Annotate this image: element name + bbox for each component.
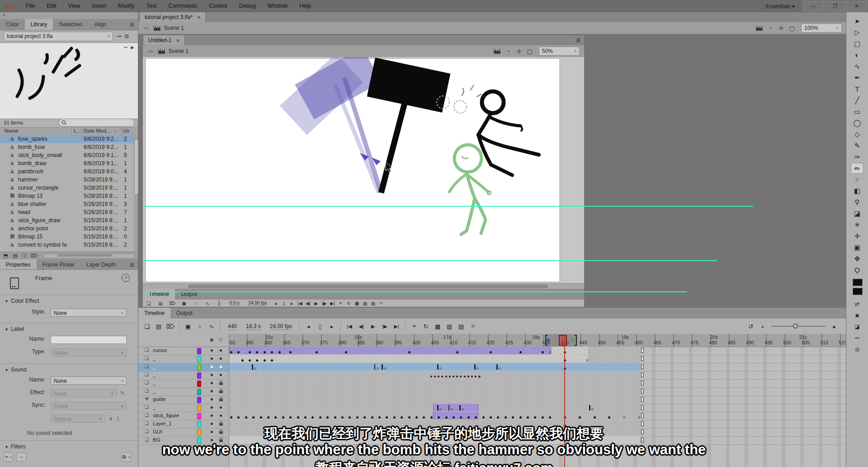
library-item[interactable]: ◮stick_body_onwall6/6/2019 9:1...5 <box>0 151 134 159</box>
next-keyframe-button[interactable]: |▶ <box>379 324 391 329</box>
inner-playback-icon[interactable]: ◂ <box>271 301 279 306</box>
close-document-icon[interactable]: ✕ <box>197 15 201 20</box>
library-item[interactable]: ▩Bitmap 135/28/2019 8:...1 <box>0 192 134 200</box>
new-library-panel-icon[interactable]: ⧉ <box>125 33 129 39</box>
inner-playback-icon[interactable]: ▶ <box>312 301 320 306</box>
oval-tool[interactable]: ◯ <box>851 118 863 129</box>
edit-symbols-icon[interactable]: ◔ <box>765 25 776 32</box>
swap-colors[interactable]: ⇄ <box>851 299 863 310</box>
frame-row[interactable] <box>229 396 846 404</box>
stage[interactable] <box>143 57 584 283</box>
menu-insert[interactable]: Insert <box>86 0 112 12</box>
pen-tool[interactable]: ✒ <box>851 72 863 83</box>
frame-row[interactable] <box>229 412 846 420</box>
inner-playback-icon[interactable]: ◀| <box>304 301 312 306</box>
layer-visibility-dot[interactable] <box>211 382 213 384</box>
eyedropper-tool[interactable]: ⚲ <box>851 197 863 208</box>
paint-bucket-tool[interactable]: ◧ <box>851 186 863 196</box>
close-inner-document-icon[interactable]: ✕ <box>176 38 179 43</box>
pin-library-icon[interactable]: ⊸ <box>117 33 121 39</box>
layer-visibility-dot[interactable] <box>211 349 213 352</box>
library-item[interactable]: ◮head5/26/2019 8:...7 <box>0 208 134 216</box>
layer-row[interactable]: ❏_ <box>138 404 229 412</box>
edit-scene-icon[interactable] <box>756 26 763 31</box>
layer-visibility-dot[interactable] <box>211 374 213 376</box>
document-tab[interactable]: tutorial project 3.fla* ✕ <box>140 12 206 22</box>
layer-visibility-dot[interactable] <box>211 398 213 400</box>
tab-color[interactable]: Color <box>0 19 25 30</box>
zoom-out-timeline-button[interactable]: ▴ <box>757 324 769 329</box>
library-item[interactable]: ◮paintbrush6/6/2019 9:0...4 <box>0 167 134 176</box>
layer-parenting-icon[interactable]: ⑃ <box>194 323 206 330</box>
go-first-button[interactable]: |◀ <box>344 324 355 329</box>
new-folder-icon[interactable]: ▤ <box>11 253 19 259</box>
help-icon[interactable]: ↗ <box>122 274 130 282</box>
layer-lock-icon[interactable] <box>219 431 223 434</box>
gradient-transform-tool[interactable]: ◐ <box>851 50 863 61</box>
playhead-line[interactable] <box>564 334 565 467</box>
workspace-switcher[interactable]: Essentials ▾ <box>766 3 795 10</box>
library-document-select[interactable]: tutorial project 3.fla˅ <box>4 32 113 41</box>
lock-fill-toggle[interactable]: ◪ <box>851 321 863 332</box>
layer-row[interactable]: ❏_ <box>138 363 229 372</box>
zoom-tool[interactable]: Ϙ <box>851 265 863 276</box>
new-folder-icon[interactable]: ▤ <box>153 323 165 330</box>
library-item[interactable]: ◮blue shatter5/26/2019 9:...3 <box>0 200 134 208</box>
layer-row[interactable]: ❏stick_figure <box>138 412 229 420</box>
lasso-tool[interactable]: ∿ <box>851 61 863 72</box>
clip-content-icon[interactable]: ▢ <box>524 48 535 55</box>
add-camera-icon[interactable]: ▣ <box>182 323 194 330</box>
clip-content-icon[interactable]: ▢ <box>787 25 797 32</box>
timeline-tab-timeline[interactable]: Timeline <box>138 308 170 319</box>
layer-lock-dot[interactable] <box>220 357 222 360</box>
layer-lock-dot[interactable] <box>220 374 222 376</box>
layer-visibility-dot[interactable] <box>211 439 213 441</box>
timeline-ruler[interactable]: 15s16s17s18s19s20s21s3503553603653703753… <box>229 334 846 347</box>
bone-tool[interactable]: ⑂ <box>851 174 863 185</box>
frame-row[interactable] <box>229 420 846 429</box>
inner-playback-icon[interactable]: |◀ <box>296 301 304 306</box>
current-frame-button[interactable]: ▯ <box>314 323 326 330</box>
menu-file[interactable]: File <box>20 0 41 12</box>
library-h-scrollbar[interactable] <box>43 253 135 258</box>
inner-tab-output[interactable]: Output <box>175 289 203 300</box>
filter-options-button[interactable]: ⚙ ˅ <box>121 453 131 462</box>
inner-playback-icon[interactable]: ▧ <box>369 301 377 306</box>
menu-modify[interactable]: Modify <box>112 0 141 12</box>
layer-visibility-dot[interactable] <box>211 406 213 409</box>
delete-layer-icon[interactable]: ⌦ <box>165 323 176 330</box>
edit-scene-icon[interactable] <box>494 49 500 54</box>
layer-row[interactable]: ❏_ <box>138 379 229 388</box>
subselection-tool[interactable]: ▷ <box>851 27 863 38</box>
properties-menu-icon[interactable]: ≣ <box>130 259 134 269</box>
frame-rate-value[interactable]: 24.00 fps <box>270 323 292 330</box>
timeline-zoom-slider[interactable] <box>771 326 826 327</box>
dock-collapse-bar[interactable]: « <box>0 12 138 19</box>
preview-menu-icon[interactable]: ≔ <box>123 45 128 50</box>
onion-outlines-button[interactable]: ▨ <box>443 323 455 330</box>
restore-button[interactable]: ❐ <box>825 1 845 11</box>
inner-document-tab[interactable]: Untitled-1 ✕ <box>144 35 185 45</box>
frame-row[interactable] <box>229 404 846 412</box>
timeline-tab-output[interactable]: Output <box>170 308 198 319</box>
inner-playback-icon[interactable]: ⌗ <box>377 300 385 306</box>
layer-lock-icon[interactable] <box>219 439 223 442</box>
inner-playback-icon[interactable]: ⌖ <box>336 300 344 306</box>
inner-tab-timeline[interactable]: Timeline <box>143 289 175 300</box>
go-last-button[interactable]: ▶| <box>391 324 402 329</box>
tab-properties[interactable]: Properties <box>0 259 37 269</box>
inner-playback-icon[interactable]: |▶ <box>320 301 328 306</box>
tab-library[interactable]: Library <box>25 19 53 30</box>
new-layer-icon[interactable]: ❏ <box>141 323 153 330</box>
layer-lock-dot[interactable] <box>220 366 222 368</box>
hand-tool[interactable]: ✥ <box>851 253 863 264</box>
new-symbol-icon[interactable]: ⬒ <box>2 253 9 259</box>
library-item[interactable]: ◮stick_figure_draw5/15/2019 8:...1 <box>0 216 134 224</box>
layer-row[interactable]: ❏_ <box>138 387 229 396</box>
frame-row[interactable] <box>229 428 846 437</box>
text-tool[interactable]: T <box>851 84 863 95</box>
layer-row[interactable]: ❏GUI <box>138 428 229 437</box>
edit-sound-envelope-icon[interactable]: ✎ <box>120 390 125 396</box>
range-end-bracket[interactable] <box>575 335 577 346</box>
menu-text[interactable]: Text <box>141 0 163 12</box>
